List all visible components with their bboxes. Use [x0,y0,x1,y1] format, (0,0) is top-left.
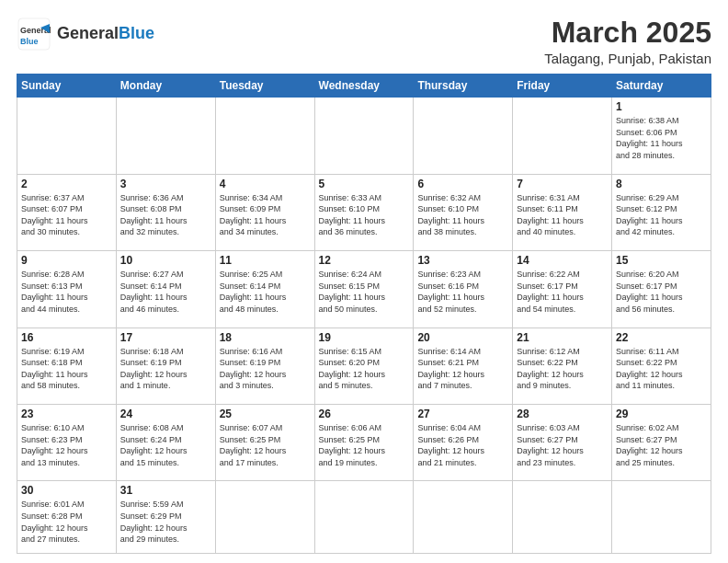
calendar-day-header: Tuesday [215,75,314,98]
calendar-day-cell: 10Sunrise: 6:27 AM Sunset: 6:14 PM Dayli… [116,251,215,327]
day-number: 25 [220,408,311,420]
location-title: Talagang, Punjab, Pakistan [544,51,711,66]
day-number: 16 [21,331,112,344]
day-info: Sunrise: 6:33 AM Sunset: 6:10 PM Dayligh… [319,192,410,238]
day-info: Sunrise: 6:38 AM Sunset: 6:06 PM Dayligh… [616,115,707,161]
calendar-day-cell: 18Sunrise: 6:16 AM Sunset: 6:19 PM Dayli… [215,327,314,404]
calendar-table: SundayMondayTuesdayWednesdayThursdayFrid… [17,74,711,554]
day-info: Sunrise: 6:32 AM Sunset: 6:10 PM Dayligh… [417,192,508,238]
calendar-day-cell: 6Sunrise: 6:32 AM Sunset: 6:10 PM Daylig… [414,174,513,250]
logo-text: GeneralBlue [57,25,154,43]
calendar-week-row: 30Sunrise: 6:01 AM Sunset: 6:28 PM Dayli… [17,481,711,554]
day-number: 7 [517,178,608,190]
day-info: Sunrise: 6:06 AM Sunset: 6:25 PM Dayligh… [319,422,410,468]
day-info: Sunrise: 6:29 AM Sunset: 6:12 PM Dayligh… [616,192,707,238]
day-number: 14 [517,254,608,267]
calendar-day-cell [513,98,612,174]
calendar-day-cell: 25Sunrise: 6:07 AM Sunset: 6:25 PM Dayli… [215,405,314,481]
calendar-day-cell [414,98,513,174]
day-number: 28 [517,408,608,420]
day-number: 6 [417,178,508,190]
day-number: 23 [21,408,112,420]
calendar-week-row: 23Sunrise: 6:10 AM Sunset: 6:23 PM Dayli… [17,405,711,481]
day-info: Sunrise: 6:03 AM Sunset: 6:27 PM Dayligh… [517,422,608,468]
calendar-day-header: Friday [513,75,612,98]
calendar-day-cell: 20Sunrise: 6:14 AM Sunset: 6:21 PM Dayli… [414,327,513,404]
calendar-day-header: Saturday [612,75,711,98]
calendar-day-cell [314,481,414,554]
calendar-week-row: 1Sunrise: 6:38 AM Sunset: 6:06 PM Daylig… [17,98,711,174]
day-number: 15 [616,254,707,267]
calendar-day-cell: 27Sunrise: 6:04 AM Sunset: 6:26 PM Dayli… [414,405,513,481]
day-info: Sunrise: 6:15 AM Sunset: 6:20 PM Dayligh… [319,346,410,392]
day-number: 22 [616,331,707,344]
calendar-day-cell: 3Sunrise: 6:36 AM Sunset: 6:08 PM Daylig… [116,174,215,250]
day-info: Sunrise: 6:34 AM Sunset: 6:09 PM Dayligh… [220,192,311,238]
svg-text:Blue: Blue [20,37,39,46]
calendar-day-header: Wednesday [314,75,414,98]
day-info: Sunrise: 6:18 AM Sunset: 6:19 PM Dayligh… [120,346,211,392]
day-number: 9 [21,254,112,267]
day-info: Sunrise: 6:01 AM Sunset: 6:28 PM Dayligh… [21,499,112,545]
day-info: Sunrise: 6:11 AM Sunset: 6:22 PM Dayligh… [616,346,707,392]
calendar-day-cell: 12Sunrise: 6:24 AM Sunset: 6:15 PM Dayli… [314,251,414,327]
day-info: Sunrise: 6:02 AM Sunset: 6:27 PM Dayligh… [616,422,707,468]
day-number: 20 [417,331,508,344]
calendar-day-cell [116,98,215,174]
day-info: Sunrise: 6:22 AM Sunset: 6:17 PM Dayligh… [517,269,608,315]
day-number: 13 [417,254,508,267]
calendar-day-cell [612,481,711,554]
day-number: 19 [319,331,410,344]
day-info: Sunrise: 6:27 AM Sunset: 6:14 PM Dayligh… [120,269,211,315]
logo-icon: General Blue [17,17,51,52]
calendar-day-cell: 4Sunrise: 6:34 AM Sunset: 6:09 PM Daylig… [215,174,314,250]
month-title: March 2025 [544,17,711,49]
day-number: 21 [517,331,608,344]
calendar-day-cell: 28Sunrise: 6:03 AM Sunset: 6:27 PM Dayli… [513,405,612,481]
calendar-day-cell: 1Sunrise: 6:38 AM Sunset: 6:06 PM Daylig… [612,98,711,174]
day-info: Sunrise: 6:19 AM Sunset: 6:18 PM Dayligh… [21,346,112,392]
calendar-day-cell: 22Sunrise: 6:11 AM Sunset: 6:22 PM Dayli… [612,327,711,404]
calendar-day-cell: 7Sunrise: 6:31 AM Sunset: 6:11 PM Daylig… [513,174,612,250]
calendar-day-cell [513,481,612,554]
day-number: 18 [220,331,311,344]
calendar-day-cell: 11Sunrise: 6:25 AM Sunset: 6:14 PM Dayli… [215,251,314,327]
calendar-day-cell: 9Sunrise: 6:28 AM Sunset: 6:13 PM Daylig… [17,251,117,327]
day-number: 4 [220,178,311,190]
day-number: 31 [120,484,211,497]
day-info: Sunrise: 6:16 AM Sunset: 6:19 PM Dayligh… [220,346,311,392]
day-number: 2 [21,178,112,190]
calendar-day-cell: 5Sunrise: 6:33 AM Sunset: 6:10 PM Daylig… [314,174,414,250]
calendar-day-cell: 31Sunrise: 5:59 AM Sunset: 6:29 PM Dayli… [116,481,215,554]
calendar-day-cell [215,481,314,554]
calendar-day-header: Thursday [414,75,513,98]
calendar-day-cell: 30Sunrise: 6:01 AM Sunset: 6:28 PM Dayli… [17,481,117,554]
logo: General Blue GeneralBlue [17,17,154,52]
day-info: Sunrise: 6:10 AM Sunset: 6:23 PM Dayligh… [21,422,112,468]
day-number: 8 [616,178,707,190]
calendar-day-cell [17,98,117,174]
day-number: 26 [319,408,410,420]
day-number: 3 [120,178,211,190]
calendar-day-cell: 26Sunrise: 6:06 AM Sunset: 6:25 PM Dayli… [314,405,414,481]
day-number: 11 [220,254,311,267]
calendar-week-row: 2Sunrise: 6:37 AM Sunset: 6:07 PM Daylig… [17,174,711,250]
title-block: March 2025 Talagang, Punjab, Pakistan [544,17,711,66]
calendar-day-cell: 29Sunrise: 6:02 AM Sunset: 6:27 PM Dayli… [612,405,711,481]
calendar-day-cell [314,98,414,174]
day-number: 24 [120,408,211,420]
day-info: Sunrise: 6:08 AM Sunset: 6:24 PM Dayligh… [120,422,211,468]
calendar-day-cell [215,98,314,174]
calendar-day-cell: 24Sunrise: 6:08 AM Sunset: 6:24 PM Dayli… [116,405,215,481]
calendar-week-row: 9Sunrise: 6:28 AM Sunset: 6:13 PM Daylig… [17,251,711,327]
day-info: Sunrise: 6:14 AM Sunset: 6:21 PM Dayligh… [417,346,508,392]
day-info: Sunrise: 6:25 AM Sunset: 6:14 PM Dayligh… [220,269,311,315]
calendar-day-cell: 17Sunrise: 6:18 AM Sunset: 6:19 PM Dayli… [116,327,215,404]
day-number: 10 [120,254,211,267]
calendar-day-cell: 16Sunrise: 6:19 AM Sunset: 6:18 PM Dayli… [17,327,117,404]
day-number: 1 [616,100,707,113]
calendar-header-row: SundayMondayTuesdayWednesdayThursdayFrid… [17,75,711,98]
calendar-day-header: Sunday [17,75,117,98]
day-info: Sunrise: 6:12 AM Sunset: 6:22 PM Dayligh… [517,346,608,392]
calendar-day-cell: 19Sunrise: 6:15 AM Sunset: 6:20 PM Dayli… [314,327,414,404]
